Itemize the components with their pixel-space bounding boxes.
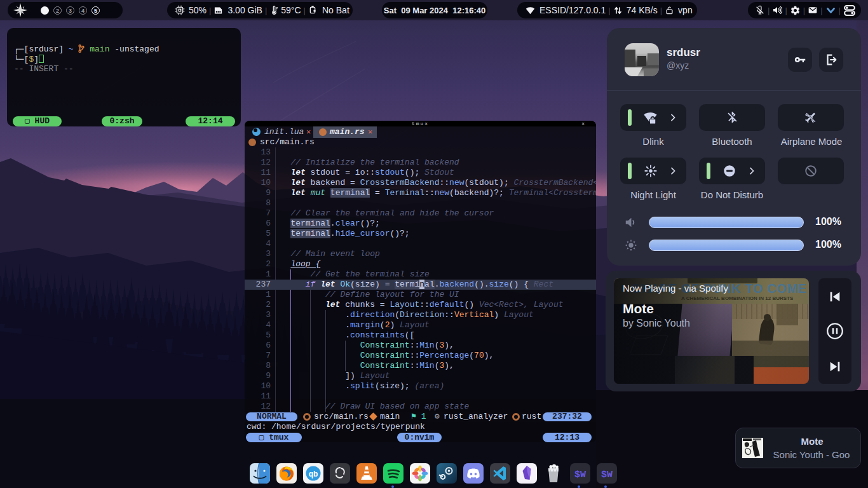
svg-text:$W: $W [601,470,613,480]
svg-text:$W: $W [574,470,586,480]
svg-text:qb: qb [309,470,318,478]
